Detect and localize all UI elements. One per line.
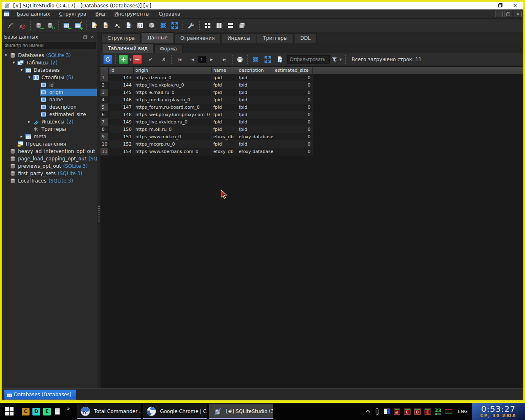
db-refresh-button[interactable]: ↻	[44, 20, 56, 31]
cell-estimated-size[interactable]: 0	[273, 104, 313, 111]
tree-collapsed-arrow[interactable]: ▶	[27, 120, 32, 123]
cell-id[interactable]: 144	[109, 82, 134, 89]
tree-item-previews-opt-out[interactable]: previews_opt_out(SQLite 3)	[2, 162, 97, 170]
cell-name[interactable]: fpid	[212, 89, 237, 96]
tree-item-item[interactable]: Представления	[2, 140, 97, 148]
tree-item-localtraces[interactable]: LocalTraces(SQLite 3)	[2, 177, 97, 185]
load-full-data-button[interactable]	[276, 55, 285, 64]
tree-item-name[interactable]: name	[2, 96, 97, 103]
row-number-cell[interactable]: 10	[100, 141, 109, 148]
first-page-button[interactable]: |◀	[175, 55, 184, 64]
cell-name[interactable]: fpid	[212, 141, 237, 148]
cell-estimated-size[interactable]: 0	[273, 148, 313, 155]
cell-origin[interactable]: https_webproxy.lumiproxy.com_0	[134, 111, 212, 119]
start-button[interactable]	[0, 403, 19, 420]
mdi-window-button[interactable]: Databases (Databases)	[4, 390, 76, 399]
cell-origin[interactable]: https_e.mail.ru_0	[134, 89, 212, 96]
cell-estimated-size[interactable]: 0	[273, 96, 313, 104]
cell-description[interactable]: fpid	[237, 89, 273, 96]
cell-estimated-size[interactable]: 0	[273, 74, 313, 82]
row-number-cell[interactable]: 6	[100, 111, 109, 119]
cell-description[interactable]: fpid	[237, 126, 273, 133]
filter-funnel-icon[interactable]: T	[330, 55, 339, 64]
column-header-description[interactable]: description	[237, 67, 273, 74]
cell-origin[interactable]: https_forum.ru-board.com_0	[134, 104, 212, 111]
column-header-origin[interactable]: origin	[134, 67, 212, 74]
mdi-restore-icon[interactable]	[504, 11, 512, 17]
cell-description[interactable]: fpid	[237, 119, 273, 126]
row-number-cell[interactable]: 5	[100, 104, 109, 111]
add-row-button[interactable]: +	[119, 55, 128, 64]
import-button[interactable]	[100, 20, 112, 31]
filter-dropdown-icon[interactable]: ▼	[339, 58, 342, 62]
quick-launch-d[interactable]: D	[32, 408, 40, 415]
cell-origin[interactable]: https_dzen.ru_0	[134, 74, 212, 82]
collapse-all-button[interactable]	[158, 20, 169, 31]
paperclip-icon[interactable]	[374, 407, 380, 415]
subtab-item[interactable]: Форма	[154, 44, 183, 53]
table-add-button[interactable]: +	[61, 20, 72, 31]
panel-splitter[interactable]	[97, 32, 100, 388]
dock-close-icon[interactable]: ✕	[89, 34, 95, 40]
tree-item-first-party-sets[interactable]: first_party_sets(SQLite 3)	[2, 170, 97, 177]
close-button[interactable]: ✕	[508, 2, 523, 9]
tree-item-databases[interactable]: ▼Databases	[2, 66, 97, 74]
menu-item-item[interactable]: Справка	[154, 9, 185, 18]
prev-page-button[interactable]: ◀	[188, 55, 197, 64]
cell-estimated-size[interactable]: 0	[273, 133, 313, 141]
tree-collapsed-arrow[interactable]: ▶	[19, 135, 24, 138]
cell-name[interactable]: efoxy_db	[212, 148, 237, 155]
cell-name[interactable]: fpid	[212, 111, 237, 119]
collapse-cells-button[interactable]	[251, 55, 260, 64]
column-header-id[interactable]: id	[109, 67, 134, 74]
delete-row-button[interactable]: −	[133, 55, 142, 64]
menu-item-item[interactable]: Вид	[91, 9, 110, 18]
cell-estimated-size[interactable]: 0	[273, 126, 313, 133]
tree-item-origin[interactable]: origin	[2, 89, 97, 96]
language-indicator[interactable]: ENG	[458, 409, 468, 414]
table-bolt-button[interactable]: ⚡+	[72, 20, 84, 31]
cascade-button[interactable]	[236, 20, 248, 31]
subtab-item[interactable]: Табличный вид	[102, 43, 153, 53]
collation-button[interactable]: az	[135, 20, 146, 31]
expand-cells-button[interactable]	[263, 55, 272, 64]
disconnect-button[interactable]	[16, 20, 28, 31]
connect-button[interactable]	[5, 20, 16, 31]
refresh-grid-button[interactable]	[103, 55, 112, 64]
add-row-dropdown-icon[interactable]: ▼	[129, 58, 132, 62]
cell-description[interactable]: fpid	[237, 111, 273, 119]
cell-id[interactable]: 145	[109, 89, 134, 96]
cell-description[interactable]: efoxy database	[237, 133, 273, 141]
split-v-button[interactable]	[213, 20, 225, 31]
cell-origin[interactable]: https_www.mid.ru_0	[134, 133, 212, 141]
cell-origin[interactable]: https_live.vkvideo.ru_0	[134, 119, 212, 126]
dock-float-icon[interactable]	[82, 34, 88, 40]
tree-item-item[interactable]: ▶Индексы(2)	[2, 118, 97, 126]
row-number-cell[interactable]: 3	[100, 89, 109, 96]
tray-monitor-d[interactable]: D	[414, 409, 421, 415]
grid-filter-input[interactable]	[287, 55, 330, 64]
tree-item-id[interactable]: id	[2, 81, 97, 89]
tab-item[interactable]: Ограничения	[174, 33, 221, 43]
quick-launch-more[interactable]: »	[67, 406, 70, 411]
cell-description[interactable]: efoxy database	[237, 148, 273, 155]
tree-item-databases[interactable]: ▼Databases(SQLite 3)	[2, 52, 97, 59]
cell-origin[interactable]: https_m.ok.ru_0	[134, 126, 212, 133]
row-number-cell[interactable]: 8	[100, 126, 109, 133]
tray-monitor-c[interactable]: C	[425, 409, 431, 415]
column-header-estimated-size[interactable]: estimated_size	[273, 67, 313, 74]
taskbar-window-total-commander[interactable]: TCTotal Commander ...	[77, 404, 141, 419]
cell-id[interactable]: 154	[109, 148, 134, 155]
cell-name[interactable]: fpid	[212, 119, 237, 126]
cell-name[interactable]: fpid	[212, 126, 237, 133]
cell-id[interactable]: 143	[109, 74, 134, 82]
blob-button[interactable]: {..}	[123, 20, 135, 31]
cell-id[interactable]: 150	[109, 126, 134, 133]
row-number-cell[interactable]: 11	[100, 148, 109, 155]
cell-description[interactable]: fpid	[237, 104, 273, 111]
network-monitor-icon[interactable]	[445, 409, 452, 414]
cell-name[interactable]: fpid	[212, 96, 237, 104]
tree-item-item[interactable]: ▼Столбцы(5)	[2, 74, 97, 81]
minimize-button[interactable]: —	[478, 2, 493, 9]
tree-filter-input[interactable]	[2, 42, 96, 49]
